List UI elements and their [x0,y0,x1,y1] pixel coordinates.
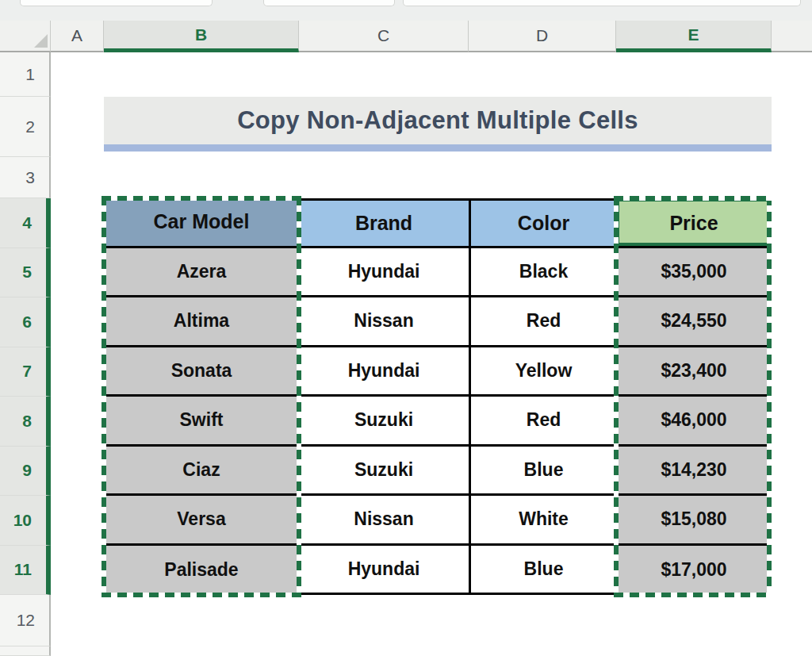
cell-b4-car-model-header[interactable]: Car Model [104,198,299,248]
car-table: Car Model Brand Color Price Azera Hyunda… [104,198,772,595]
cell-d10[interactable]: White [469,496,616,546]
marching-ants-left-of-b [102,196,106,597]
cell-b9[interactable]: Ciaz [104,447,299,497]
row-header-5[interactable]: 5 [0,248,51,298]
formula-bar[interactable] [403,0,801,6]
fx-box[interactable] [263,0,395,6]
cell-c8[interactable]: Suzuki [299,397,469,447]
cell-e7[interactable]: $23,400 [616,347,772,397]
row-header-10[interactable]: 10 [0,496,51,546]
cell-e8[interactable]: $46,000 [616,397,772,447]
row-header-6[interactable]: 6 [0,297,51,347]
cell-b7[interactable]: Sonata [104,347,299,397]
cell-e5[interactable]: $35,000 [616,248,772,298]
row-header-gutter: 1 2 3 4 5 6 7 8 9 10 11 12 [0,52,51,656]
formula-bar-strip [0,0,812,21]
cell-b5[interactable]: Azera [104,248,299,298]
cell-d8[interactable]: Red [469,397,616,447]
marching-ants-bottom-b [102,593,301,597]
column-header-c[interactable]: C [299,21,469,52]
cell-d9[interactable]: Blue [469,447,616,497]
row-header-13-partial[interactable] [0,646,51,656]
title-underline [104,144,772,152]
cell-c5[interactable]: Hyundai [299,248,469,298]
row-header-3[interactable]: 3 [0,157,51,198]
marching-ants-top-b [102,196,301,201]
page-title: Copy Non-Adjacent Multiple Cells [237,106,638,135]
row-header-9[interactable]: 9 [0,447,51,497]
cell-b6[interactable]: Altima [104,297,299,347]
row-header-1[interactable]: 1 [0,52,51,97]
cell-e10[interactable]: $15,080 [616,496,772,546]
column-header-a[interactable]: A [51,21,104,52]
row-header-12[interactable]: 12 [0,595,51,646]
cell-c7[interactable]: Hyundai [299,347,469,397]
cell-c11[interactable]: Hyundai [299,546,469,596]
excel-worksheet: A B C D E 1 2 3 4 5 6 7 8 9 10 11 12 Cop… [0,0,812,656]
cell-d7[interactable]: Yellow [469,347,616,397]
select-all-corner[interactable] [0,21,51,52]
row-header-4[interactable]: 4 [0,198,51,248]
cell-b11[interactable]: Palisade [104,546,299,596]
cell-b8[interactable]: Swift [104,397,299,447]
cell-e9[interactable]: $14,230 [616,447,772,497]
marching-ants-left-of-e [614,196,619,597]
marching-ants-bottom-e [614,593,772,597]
row-header-11[interactable]: 11 [0,546,51,596]
title-banner-cell[interactable]: Copy Non-Adjacent Multiple Cells [104,97,772,144]
cell-c4-brand-header[interactable]: Brand [299,198,469,248]
marching-ants-right-of-b [297,196,301,597]
cell-d4-color-header[interactable]: Color [469,198,616,248]
column-header-b[interactable]: B [104,21,299,52]
marching-ants-top-e [614,196,772,201]
marching-ants-right-of-e [767,196,772,597]
cell-d5[interactable]: Black [469,248,616,298]
column-header-d[interactable]: D [469,21,616,52]
cell-b10[interactable]: Versa [104,496,299,546]
name-box[interactable] [20,0,213,6]
cell-d6[interactable]: Red [469,297,616,347]
row-header-8[interactable]: 8 [0,397,51,447]
column-header-partial[interactable] [772,21,812,52]
column-header-e[interactable]: E [616,21,772,52]
cell-e6[interactable]: $24,550 [616,297,772,347]
cell-d11[interactable]: Blue [469,546,616,596]
row-header-2[interactable]: 2 [0,97,51,157]
cell-c9[interactable]: Suzuki [299,447,469,497]
row-header-7[interactable]: 7 [0,347,51,397]
column-header-row: A B C D E [0,21,812,52]
cell-c6[interactable]: Nissan [299,297,469,347]
cell-e11[interactable]: $17,000 [616,546,772,596]
cell-c10[interactable]: Nissan [299,496,469,546]
cell-e4-price-header-active[interactable]: Price [616,198,772,248]
